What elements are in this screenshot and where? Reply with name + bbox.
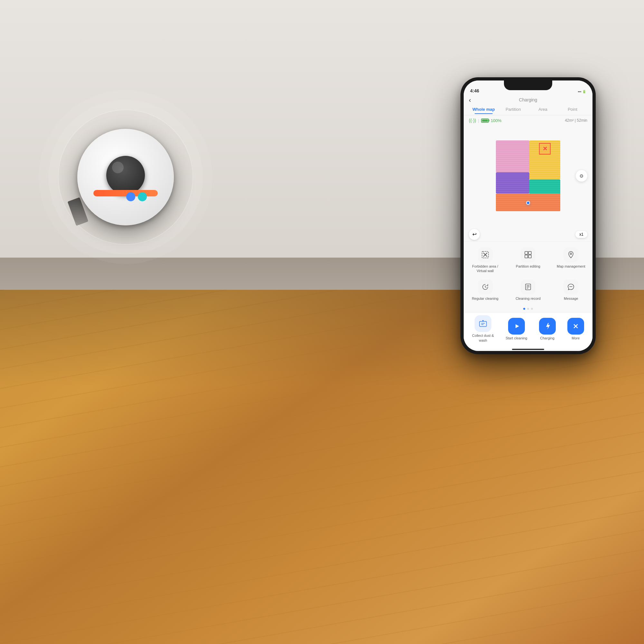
battery-outer	[481, 118, 489, 123]
cleaning-record-label: Cleaning record	[516, 296, 541, 301]
area-value: 42m²	[565, 118, 573, 123]
shortcut-message[interactable]: Message	[550, 276, 592, 304]
shortcuts-grid: Forbidden area /Virtual wall Partition e…	[464, 241, 592, 307]
separator-pipe: |	[478, 118, 479, 123]
regular-clean-icon	[478, 279, 493, 294]
action-charging[interactable]: Charging	[539, 318, 556, 340]
charging-label: Charging	[540, 336, 554, 340]
robot-btn-blue	[126, 192, 135, 201]
collect-dust-icon	[475, 315, 491, 332]
page-dot-3	[531, 308, 533, 310]
robot-btn-teal	[138, 192, 147, 201]
status-icons: ▪▪▪ 🔋	[578, 90, 586, 93]
forbidden-area-icon	[478, 247, 493, 262]
map-mgmt-icon	[563, 247, 578, 262]
shortcut-regular-clean[interactable]: Regular cleaning	[464, 276, 507, 304]
tab-area[interactable]: Area	[528, 105, 558, 114]
forbidden-area-label: Forbidden area /Virtual wall	[472, 264, 498, 273]
map-canvas: ✕	[496, 140, 560, 211]
page-dot-2	[527, 308, 529, 310]
svg-point-7	[570, 253, 572, 254]
robot-buttons	[126, 192, 147, 201]
shortcut-cleaning-record[interactable]: Cleaning record	[507, 276, 549, 304]
battery-fill	[482, 119, 488, 122]
charging-icon	[539, 318, 556, 335]
target-button[interactable]: ⊙	[576, 170, 587, 182]
action-collect-dust[interactable]: Collect dust &wash	[472, 315, 494, 343]
shortcut-partition[interactable]: Partition editing	[507, 244, 549, 277]
phone-notch	[504, 81, 552, 90]
forbidden-area-marker: ✕	[539, 143, 551, 155]
map-container[interactable]: ✕ ⊙	[464, 124, 592, 228]
battery-info: ((·)) | 100%	[469, 118, 501, 123]
action-more[interactable]: More	[567, 318, 584, 340]
map-bottom-controls: ↩ x1	[464, 228, 592, 241]
robot-vacuum	[58, 109, 193, 245]
battery-icon: ▪▪▪ 🔋	[578, 90, 586, 93]
zoom-label: x1	[579, 232, 583, 237]
undo-icon: ↩	[472, 231, 477, 237]
area-time-info: 42m² | 52min	[565, 118, 587, 123]
more-label: More	[572, 336, 580, 340]
tab-whole-map[interactable]: Whole map	[469, 105, 498, 114]
tab-partition[interactable]: Partition	[498, 105, 528, 114]
shortcut-forbidden-area[interactable]: Forbidden area /Virtual wall	[464, 244, 507, 277]
collect-dust-label: Collect dust &wash	[472, 333, 494, 343]
map-right-controls: ⊙	[576, 170, 587, 182]
phone-device: 4:46 ▪▪▪ 🔋 ‹ Charging Whole map Partitio…	[460, 77, 596, 354]
cleaning-record-icon	[521, 279, 535, 294]
device-status-row: ((·)) | 100% 42m² | 52min	[464, 115, 592, 124]
svg-point-14	[482, 320, 484, 321]
time-value: 52min	[577, 118, 587, 123]
wifi-signal-icon: ((·))	[469, 118, 476, 123]
shortcut-map-mgmt[interactable]: Map management	[550, 244, 592, 277]
partition-icon	[521, 247, 535, 262]
page-dot-1	[523, 308, 525, 310]
svg-rect-4	[528, 251, 531, 254]
action-bar: Collect dust &wash Start cleaning	[464, 312, 592, 349]
room-pink	[496, 140, 529, 172]
message-label: Message	[564, 296, 578, 301]
app-header: ‹ Charging	[464, 95, 592, 104]
map-mgmt-label: Map management	[557, 264, 585, 269]
room-purple	[496, 172, 529, 194]
svg-rect-6	[528, 255, 531, 258]
robot-stripe	[93, 190, 158, 196]
zoom-button[interactable]: x1	[575, 231, 587, 238]
undo-button[interactable]: ↩	[469, 229, 480, 240]
robot-position-dot	[526, 201, 530, 205]
message-icon	[563, 279, 578, 294]
more-icon	[567, 318, 584, 335]
phone-screen: 4:46 ▪▪▪ 🔋 ‹ Charging Whole map Partitio…	[464, 81, 592, 351]
home-indicator	[464, 349, 592, 351]
tab-point[interactable]: Point	[558, 105, 587, 114]
svg-rect-3	[525, 251, 528, 254]
start-cleaning-label: Start cleaning	[506, 336, 527, 340]
battery-percent: 100%	[491, 118, 501, 123]
partition-label: Partition editing	[516, 264, 540, 269]
svg-rect-5	[525, 255, 528, 258]
tab-bar: Whole map Partition Area Point	[464, 104, 592, 115]
phone-inner: 4:46 ▪▪▪ 🔋 ‹ Charging Whole map Partitio…	[464, 81, 592, 351]
regular-clean-label: Regular cleaning	[472, 296, 498, 301]
robot-body	[77, 129, 174, 225]
back-button[interactable]: ‹	[469, 96, 471, 104]
start-cleaning-icon	[508, 318, 525, 335]
header-title: Charging	[519, 97, 537, 102]
status-time: 4:46	[470, 88, 479, 93]
home-bar	[512, 349, 544, 350]
action-start-cleaning[interactable]: Start cleaning	[506, 318, 527, 340]
page-dots	[464, 307, 592, 312]
robot-top-sensor	[106, 156, 145, 194]
svg-rect-13	[479, 321, 487, 327]
